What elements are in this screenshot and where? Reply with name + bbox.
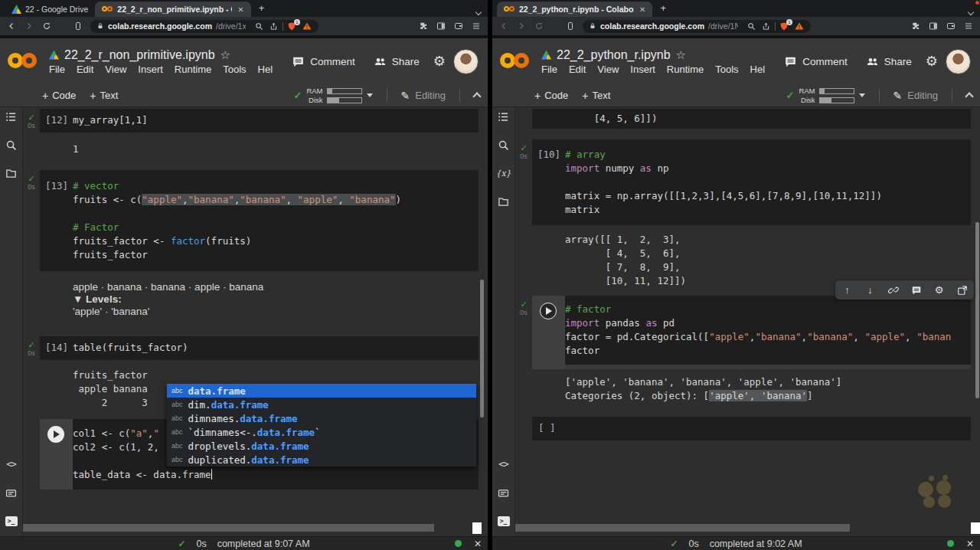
autocomplete-item[interactable]: abcduplicated.data.frame [167, 453, 476, 467]
brave-shield-icon[interactable]: 1 [287, 21, 298, 31]
resources-indicator[interactable]: ✓ RAM Disk [293, 87, 372, 104]
browser-menu-icon[interactable] [471, 21, 482, 31]
horizontal-scrollbar[interactable] [23, 524, 434, 532]
back-button[interactable] [498, 21, 509, 31]
open-in-tab-icon[interactable] [956, 284, 968, 296]
autocomplete-item[interactable]: abcdroplevels.data.frame [167, 439, 476, 453]
forward-button[interactable] [24, 21, 34, 31]
comment-button[interactable]: Comment [292, 55, 355, 68]
variables-icon[interactable]: {x} [498, 167, 510, 179]
tab-overflow-chevron-icon[interactable] [969, 4, 974, 9]
autocomplete-item[interactable]: abcdim.data.frame [167, 398, 476, 411]
run-cell-button[interactable] [540, 303, 557, 319]
menu-view[interactable]: View [597, 64, 619, 75]
new-tab-button[interactable]: + [660, 1, 666, 16]
tab-overflow-chevron-icon[interactable] [476, 4, 482, 9]
bookmark-sidebar-icon[interactable] [73, 21, 83, 31]
user-avatar[interactable] [946, 49, 971, 74]
forward-button[interactable] [516, 21, 527, 31]
files-icon[interactable] [5, 167, 18, 179]
resources-dropdown-icon[interactable] [367, 93, 373, 97]
back-button[interactable] [6, 21, 17, 31]
terminal-icon[interactable]: >_ [5, 515, 18, 527]
share-page-icon[interactable] [760, 21, 771, 31]
add-comment-icon[interactable] [910, 284, 922, 296]
add-code-button[interactable]: +Code [42, 90, 76, 102]
code-editor[interactable]: [12] my_array[1,1] [40, 109, 479, 133]
side-panel-icon[interactable] [436, 21, 446, 31]
new-tab-button[interactable]: + [259, 1, 265, 16]
tab-r-notebook[interactable]: 22_2_r_non_primitive.ipynb - C ✕ [95, 2, 250, 17]
add-text-button[interactable]: +Text [582, 90, 610, 102]
status-close-icon[interactable]: ✕ [474, 539, 482, 549]
code-snippets-icon[interactable]: <> [5, 458, 18, 470]
colab-logo[interactable] [500, 51, 534, 71]
menu-file[interactable]: File [49, 64, 65, 75]
bookmark-sidebar-icon[interactable] [565, 21, 576, 31]
warning-icon[interactable] [302, 21, 312, 31]
terminal-icon[interactable]: >_ [498, 515, 510, 527]
autocomplete-item[interactable]: abc`dimnames<-.data.frame` [167, 425, 476, 439]
address-bar[interactable]: colab.research.google.com/drive/1xK5reD2… [90, 20, 318, 33]
run-cell-button[interactable] [47, 426, 64, 443]
zoom-icon[interactable] [746, 21, 756, 31]
brave-shield-icon[interactable]: 1 [779, 21, 790, 31]
table-of-contents-icon[interactable] [498, 110, 510, 123]
menu-runtime[interactable]: Runtime [667, 64, 704, 75]
code-snippets-icon[interactable]: <> [498, 458, 510, 470]
files-icon[interactable] [498, 195, 510, 208]
menu-view[interactable]: View [105, 64, 126, 75]
tab-python-notebook[interactable]: 22_2_python_r.ipynb - Colabor ✕ [497, 2, 652, 17]
settings-gear-icon[interactable]: ⚙ [433, 53, 446, 70]
tab-google-drive[interactable]: 22 - Google Drive [5, 2, 95, 17]
zoom-icon[interactable] [253, 21, 264, 31]
code-editor[interactable]: [4, 5, 6]]) [532, 109, 971, 129]
scrollbar-thumb[interactable] [472, 522, 482, 534]
star-icon[interactable]: ☆ [220, 48, 230, 62]
collapse-toolbar-icon[interactable] [965, 92, 973, 100]
comment-button[interactable]: Comment [784, 55, 848, 68]
editing-mode-button[interactable]: ✎Editing [401, 90, 446, 102]
menu-edit[interactable]: Edit [569, 64, 586, 75]
menu-insert[interactable]: Insert [138, 64, 163, 75]
code-editor[interactable]: # factorimport pandas as pdfactor = pd.C… [532, 296, 971, 369]
table-of-contents-icon[interactable] [5, 110, 18, 123]
menu-help[interactable]: Hel [750, 64, 766, 75]
editing-mode-button[interactable]: ✎Editing [893, 90, 938, 102]
wallet-icon[interactable] [453, 21, 464, 31]
tab-close-icon[interactable]: ✕ [639, 5, 645, 14]
menu-insert[interactable]: Insert [630, 64, 655, 75]
menu-tools[interactable]: Tools [223, 64, 246, 75]
code-editor[interactable]: [13] # vectorfruits <- c("apple","banana… [40, 170, 479, 271]
horizontal-scrollbar[interactable] [515, 524, 850, 532]
move-cell-down-icon[interactable]: ↓ [864, 284, 876, 296]
colab-logo[interactable] [8, 51, 41, 71]
code-editor[interactable]: [10] # arrayimport numpy as np matrix = … [532, 139, 971, 225]
collapse-toolbar-icon[interactable] [472, 92, 481, 100]
find-replace-icon[interactable] [5, 139, 18, 151]
autocomplete-item[interactable]: abcdata.frame [167, 384, 476, 398]
add-code-button[interactable]: +Code [534, 90, 568, 102]
menu-help[interactable]: Hel [258, 64, 273, 75]
user-avatar[interactable] [453, 49, 479, 74]
resources-dropdown-icon[interactable] [859, 93, 865, 97]
wallet-icon[interactable] [946, 21, 956, 31]
add-text-button[interactable]: +Text [90, 90, 118, 102]
command-palette-icon[interactable] [5, 486, 18, 499]
vertical-scrollbar[interactable] [480, 280, 484, 417]
notebook-title[interactable]: 22_2_python_r.ipynb [557, 48, 671, 62]
tab-close-icon[interactable]: ✕ [237, 5, 243, 14]
star-icon[interactable]: ☆ [676, 48, 686, 62]
copy-link-icon[interactable] [887, 284, 899, 296]
scrollbar-thumb[interactable] [971, 522, 980, 534]
settings-gear-icon[interactable]: ⚙ [926, 53, 938, 70]
status-close-icon[interactable]: ✕ [966, 539, 974, 549]
warning-icon[interactable] [794, 21, 805, 31]
share-page-icon[interactable] [268, 21, 279, 31]
notebook-title[interactable]: 22_2_r_non_primitive.ipynb [64, 48, 215, 62]
resources-indicator[interactable]: ✓ RAM Disk [786, 87, 864, 104]
cell-settings-gear-icon[interactable]: ⚙ [933, 284, 945, 296]
code-editor[interactable]: [14] table(fruits_factor) [40, 336, 479, 360]
side-panel-icon[interactable] [928, 21, 939, 31]
extensions-icon[interactable] [910, 21, 921, 31]
